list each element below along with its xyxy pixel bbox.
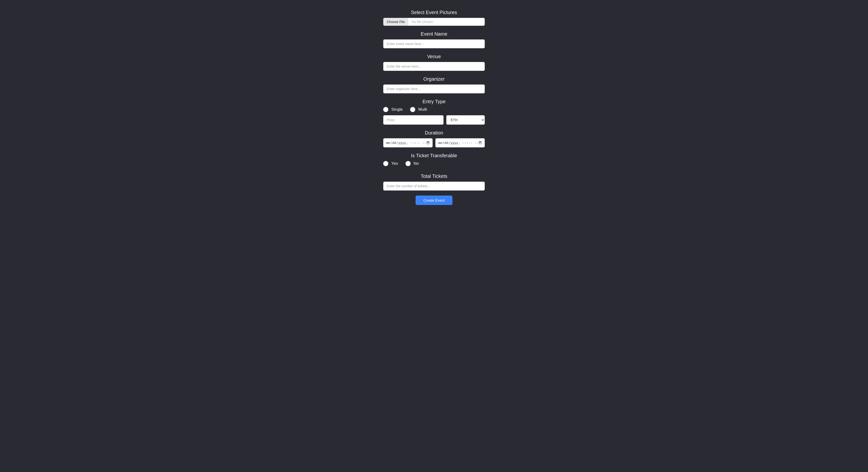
entry-type-multi-text: Multi: [418, 107, 427, 112]
transferable-radio-group: Yes No: [383, 161, 485, 166]
entry-type-single-text: Single: [391, 107, 403, 112]
event-name-section-title: Event Name: [383, 31, 485, 37]
duration-section-title: Duration: [383, 130, 485, 136]
price-row: ETH BTC USD: [383, 115, 485, 125]
duration-row: [383, 138, 485, 147]
transferable-no-radio[interactable]: [405, 161, 411, 166]
entry-type-radio-group: Single Multi: [383, 107, 485, 112]
venue-input[interactable]: [383, 62, 485, 71]
entry-type-single-radio[interactable]: [383, 107, 389, 112]
total-tickets-input[interactable]: [383, 181, 485, 191]
transferable-section-title: Is Ticket Transferable: [383, 153, 485, 159]
create-event-form: Select Event Pictures Choose File No fil…: [383, 10, 485, 205]
transferable-yes-radio[interactable]: [383, 161, 389, 166]
transferable-no-text: No: [414, 161, 419, 166]
venue-section-title: Venue: [383, 54, 485, 59]
entry-type-single-label[interactable]: Single: [383, 107, 403, 112]
transferable-no-label[interactable]: No: [405, 161, 419, 166]
event-name-input[interactable]: [383, 39, 485, 48]
create-event-button[interactable]: Create Event: [415, 196, 453, 205]
entry-type-section-title: Entry Type: [383, 99, 485, 104]
organizer-input[interactable]: [383, 84, 485, 94]
transferable-yes-text: Yes: [391, 161, 398, 166]
pictures-section-title: Select Event Pictures: [383, 10, 485, 15]
currency-select[interactable]: ETH BTC USD: [446, 115, 485, 125]
organizer-section-title: Organizer: [383, 76, 485, 82]
duration-start-input[interactable]: [383, 138, 433, 147]
no-file-label: No file chosen: [408, 18, 485, 26]
total-tickets-section-title: Total Tickets: [383, 173, 485, 179]
transferable-yes-label[interactable]: Yes: [383, 161, 398, 166]
file-input-wrapper: Choose File No file chosen: [383, 18, 485, 26]
price-input[interactable]: [383, 115, 444, 125]
entry-type-multi-label[interactable]: Multi: [410, 107, 427, 112]
entry-type-multi-radio[interactable]: [410, 107, 415, 112]
duration-end-input[interactable]: [435, 138, 485, 147]
choose-file-button[interactable]: Choose File: [383, 20, 408, 24]
